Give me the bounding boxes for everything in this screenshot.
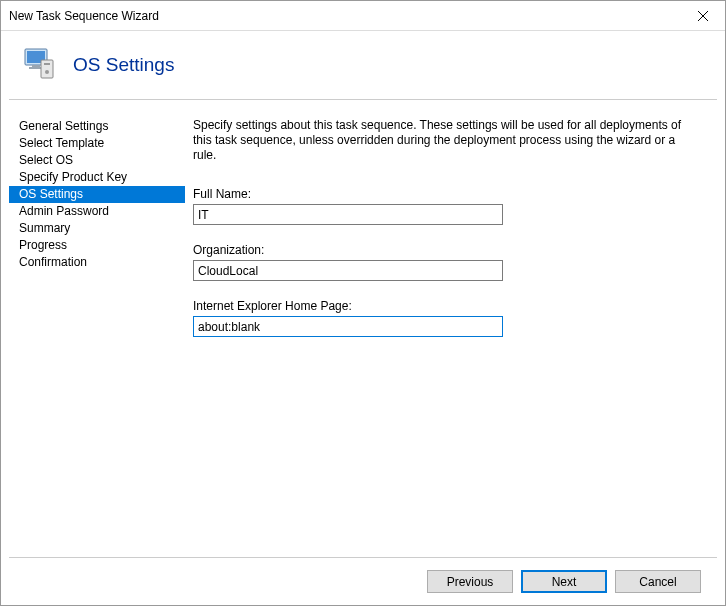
- cancel-button[interactable]: Cancel: [615, 570, 701, 593]
- close-button[interactable]: [680, 1, 725, 30]
- wizard-header: OS Settings: [1, 31, 725, 99]
- sidebar-item-select-template[interactable]: Select Template: [9, 135, 185, 152]
- page-title: OS Settings: [73, 54, 174, 76]
- titlebar: New Task Sequence Wizard: [1, 1, 725, 31]
- field-full-name: Full Name:: [193, 187, 687, 225]
- wizard-content: General Settings Select Template Select …: [1, 100, 725, 557]
- previous-button[interactable]: Previous: [427, 570, 513, 593]
- svg-rect-2: [32, 65, 40, 67]
- organization-input[interactable]: [193, 260, 503, 281]
- wizard-footer: Previous Next Cancel: [9, 557, 717, 605]
- next-button[interactable]: Next: [521, 570, 607, 593]
- sidebar-item-os-settings[interactable]: OS Settings: [9, 186, 185, 203]
- instruction-text: Specify settings about this task sequenc…: [193, 118, 687, 163]
- svg-rect-4: [41, 60, 53, 78]
- field-ie-home: Internet Explorer Home Page:: [193, 299, 687, 337]
- ie-home-label: Internet Explorer Home Page:: [193, 299, 687, 313]
- close-icon: [698, 11, 708, 21]
- sidebar-item-select-os[interactable]: Select OS: [9, 152, 185, 169]
- sidebar-item-admin-password[interactable]: Admin Password: [9, 203, 185, 220]
- sidebar-item-progress[interactable]: Progress: [9, 237, 185, 254]
- full-name-input[interactable]: [193, 204, 503, 225]
- sidebar-item-specify-product-key[interactable]: Specify Product Key: [9, 169, 185, 186]
- organization-label: Organization:: [193, 243, 687, 257]
- computer-icon: [21, 46, 59, 84]
- field-organization: Organization:: [193, 243, 687, 281]
- svg-rect-5: [44, 63, 50, 65]
- sidebar-item-general-settings[interactable]: General Settings: [9, 118, 185, 135]
- sidebar-item-confirmation[interactable]: Confirmation: [9, 254, 185, 271]
- svg-point-6: [45, 70, 49, 74]
- wizard-main-panel: Specify settings about this task sequenc…: [185, 112, 717, 557]
- wizard-steps-sidebar: General Settings Select Template Select …: [9, 112, 185, 557]
- ie-home-input[interactable]: [193, 316, 503, 337]
- window-title: New Task Sequence Wizard: [9, 9, 159, 23]
- full-name-label: Full Name:: [193, 187, 687, 201]
- sidebar-item-summary[interactable]: Summary: [9, 220, 185, 237]
